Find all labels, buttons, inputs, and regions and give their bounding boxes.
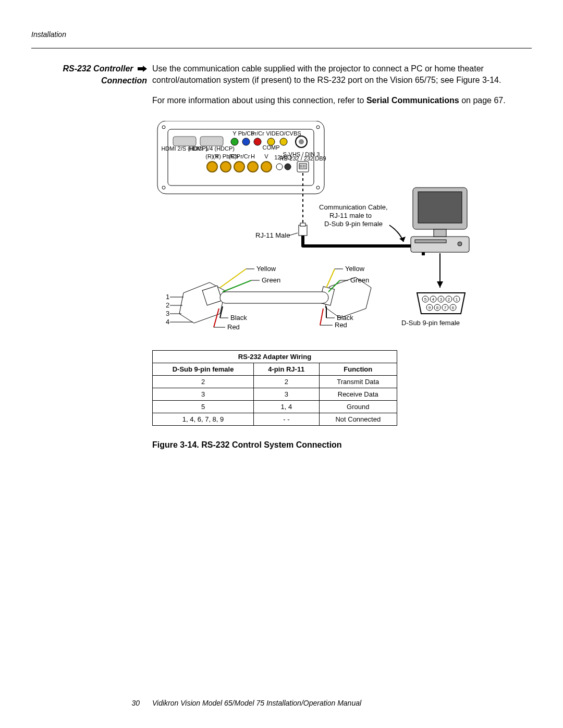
label-green-right: Green: [350, 276, 369, 284]
p2-post: on page 67.: [459, 96, 506, 105]
table-header-3: Function: [319, 363, 397, 375]
label-dsub-female: D-Sub 9-pin female: [401, 319, 460, 327]
svg-marker-0: [138, 66, 147, 72]
label-yellow-right: Yellow: [345, 265, 365, 273]
label-hdmi1: HDMI 1/4 (HDCP): [189, 145, 235, 152]
manual-page: Installation RS-232 Controller Connectio…: [0, 0, 563, 728]
page-footer: 30 Vidikron Vision Model 65/Model 75 Ins…: [31, 699, 532, 707]
p2-bold: Serial Communications: [366, 96, 459, 105]
svg-rect-37: [415, 240, 446, 243]
dsub-pin-5: 5: [424, 297, 427, 302]
pin-3: 3: [166, 310, 169, 317]
table-cell: 1, 4: [254, 400, 319, 413]
label-rs232: RS-232 / 232 DB9: [279, 155, 326, 162]
label-black-right: Black: [337, 314, 353, 322]
svg-line-56: [220, 269, 246, 288]
label-red-left: Red: [227, 323, 240, 331]
pin-2: 2: [166, 301, 169, 309]
dsub-pin-8: 8: [436, 305, 439, 310]
dsub-pin-7: 7: [444, 305, 447, 310]
paragraph-2: For more information about using this co…: [152, 95, 532, 106]
figure-caption: Figure 3-14. RS-232 Control System Conne…: [152, 440, 532, 450]
label-row2v: V: [264, 153, 268, 159]
computer-icon: [411, 188, 469, 252]
label-green-left: Green: [262, 276, 280, 284]
svg-point-18: [234, 162, 244, 172]
dsub-pin-6: 6: [452, 305, 455, 310]
svg-point-19: [248, 162, 258, 172]
label-video: VIDEO/CVBS: [266, 130, 301, 137]
table-row: 1, 4, 6, 7, 8, 9 - - Not Connected: [153, 413, 397, 425]
svg-point-10: [242, 138, 250, 145]
svg-marker-41: [437, 281, 443, 288]
header-rule: [31, 48, 532, 48]
svg-point-13: [280, 138, 287, 145]
label-red-right: Red: [335, 321, 347, 329]
table-cell: 2: [254, 375, 319, 388]
label-comm-cable-1: Communication Cable,: [319, 203, 388, 211]
body-text: Use the communication cable supplied wit…: [152, 63, 532, 116]
arrow-right-icon: [138, 64, 147, 75]
svg-point-38: [458, 242, 462, 246]
label-comm-cable-3: D-Sub 9-pin female: [324, 220, 383, 228]
svg-point-5: [162, 186, 165, 189]
pin-4: 4: [166, 318, 169, 326]
table-cell: 5: [153, 400, 254, 413]
svg-point-4: [316, 126, 320, 129]
table-header-row: D-Sub 9-pin female 4-pin RJ-11 Function: [153, 363, 397, 375]
side-heading-line2: Connection: [101, 76, 147, 85]
page-number: 30: [31, 699, 152, 707]
wiring-table: RS-232 Adapter Wiring D-Sub 9-pin female…: [152, 350, 397, 426]
dsub-pin-2: 2: [448, 297, 450, 302]
side-heading: RS-232 Controller Connection: [31, 63, 152, 86]
svg-line-33: [289, 233, 298, 236]
dsub-pin-4: 4: [432, 297, 435, 302]
label-row2c: (R)Pr/Cr: [229, 153, 250, 159]
svg-rect-8: [200, 137, 223, 146]
svg-point-9: [231, 138, 238, 145]
table-title-row: RS-232 Adapter Wiring: [153, 350, 397, 363]
footer-title: Vidikron Vision Model 65/Model 75 Instal…: [152, 699, 532, 707]
paragraph-1: Use the communication cable supplied wit…: [152, 63, 532, 85]
table-row: 5 1, 4 Ground: [153, 400, 397, 413]
dsub-pin-9: 9: [429, 305, 431, 310]
svg-line-60: [326, 269, 335, 288]
svg-rect-7: [173, 137, 196, 146]
svg-point-21: [276, 164, 283, 170]
table-row: 3 3 Receive Data: [153, 388, 397, 400]
table-cell: Receive Data: [319, 388, 397, 400]
svg-rect-39: [434, 229, 446, 237]
svg-point-22: [285, 164, 291, 170]
svg-rect-30: [299, 225, 307, 236]
table-cell: Ground: [319, 400, 397, 413]
content-row: RS-232 Controller Connection Use the com…: [31, 63, 532, 116]
label-black-left: Black: [230, 314, 247, 322]
svg-marker-32: [399, 237, 406, 242]
figure-block: HDMI 2/S (HDCP) HDMI 1/4 (HDCP) Y Pb/Cb …: [152, 121, 532, 426]
label-comp: COMP: [263, 144, 280, 151]
svg-point-11: [254, 138, 261, 145]
table-cell: Transmit Data: [319, 375, 397, 388]
svg-point-6: [316, 186, 320, 189]
dsub-pin-3: 3: [440, 297, 443, 302]
p2-pre: For more information about using this co…: [152, 96, 366, 105]
svg-point-15: [299, 139, 304, 144]
table-title: RS-232 Adapter Wiring: [153, 350, 397, 363]
side-heading-line1: RS-232 Controller: [63, 64, 133, 73]
svg-rect-55: [220, 292, 328, 303]
svg-rect-31: [300, 223, 305, 226]
svg-line-63: [320, 309, 323, 325]
rj11-plug-left-icon: [179, 282, 225, 323]
table-cell: 3: [153, 388, 254, 400]
svg-point-20: [261, 162, 272, 172]
pin-1: 1: [166, 293, 169, 301]
label-yellow-left: Yellow: [256, 265, 276, 273]
svg-rect-35: [418, 192, 462, 223]
table-cell: 3: [254, 388, 319, 400]
table-cell: Not Connected: [319, 413, 397, 425]
table-cell: - -: [254, 413, 319, 425]
table-cell: 2: [153, 375, 254, 388]
table-cell: 1, 4, 6, 7, 8, 9: [153, 413, 254, 425]
label-rj11-male: RJ-11 Male: [255, 231, 290, 239]
table-row: 2 2 Transmit Data: [153, 375, 397, 388]
